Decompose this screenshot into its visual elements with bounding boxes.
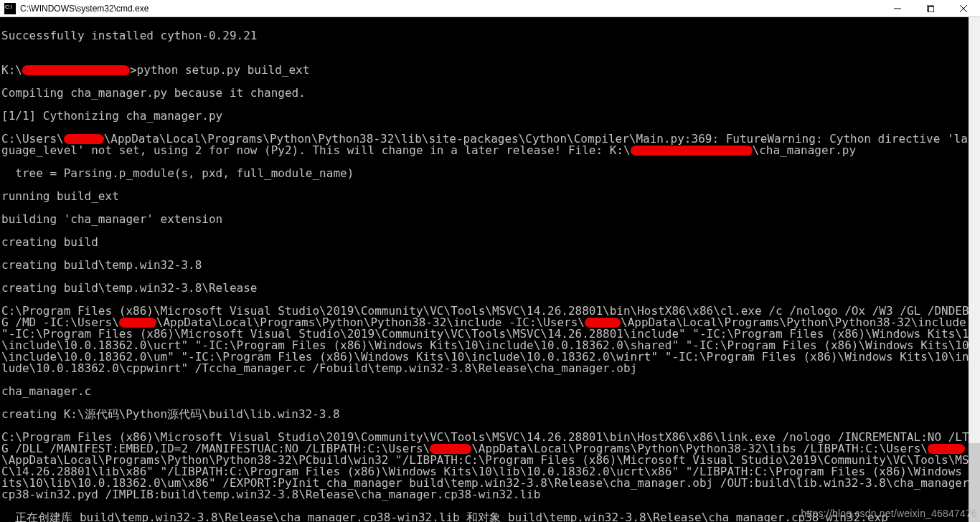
vertical-scrollbar[interactable] — [969, 17, 980, 522]
cmd-window: C:\WINDOWS\system32\cmd.exe Successfully… — [0, 0, 980, 522]
output-line: 正在创建库 build\temp.win32-3.8\Release\cha_m… — [1, 512, 979, 522]
titlebar[interactable]: C:\WINDOWS\system32\cmd.exe — [0, 0, 980, 17]
window-title: C:\WINDOWS\system32\cmd.exe — [20, 4, 149, 14]
output-line: K:\>python setup.py build_ext — [1, 65, 979, 76]
output-line: Successfully installed cython-0.29.21 — [1, 30, 979, 42]
minimize-button[interactable] — [881, 0, 914, 17]
svg-rect-2 — [928, 6, 934, 12]
output-line: C:\Program Files (x86)\Microsoft Visual … — [1, 432, 979, 500]
redacted-text — [928, 444, 965, 454]
terminal-output[interactable]: Successfully installed cython-0.29.21 K:… — [0, 17, 980, 522]
redacted-text — [64, 134, 104, 144]
redacted-text — [631, 146, 753, 156]
output-line: creating build\temp.win32-3.8\Release — [1, 283, 979, 294]
output-line: cha_manager.c — [1, 386, 979, 397]
output-line: creating K:\源代码\Python源代码\build\lib.win3… — [1, 409, 979, 420]
maximize-button[interactable] — [914, 0, 947, 17]
output-line: [1/1] Cythonizing cha_manager.py — [1, 110, 979, 122]
redacted-text — [119, 318, 156, 328]
output-line: creating build — [1, 237, 979, 248]
scrollbar-thumb[interactable] — [969, 443, 980, 522]
redacted-text — [585, 318, 621, 328]
output-line: building 'cha_manager' extension — [1, 214, 979, 225]
output-line: C:\Program Files (x86)\Microsoft Visual … — [1, 305, 979, 374]
output-line: C:\Users\\AppData\Local\Programs\Python\… — [1, 133, 979, 156]
output-line: tree = Parsing.p_module(s, pxd, full_mod… — [1, 168, 979, 179]
close-button[interactable] — [947, 0, 980, 17]
output-line: running build_ext — [1, 191, 979, 202]
redacted-text — [430, 444, 471, 454]
output-line: Compiling cha_manager.py because it chan… — [1, 87, 979, 99]
redacted-text — [22, 65, 130, 75]
cmd-icon — [4, 3, 16, 14]
output-line: creating build\temp.win32-3.8 — [1, 260, 979, 271]
